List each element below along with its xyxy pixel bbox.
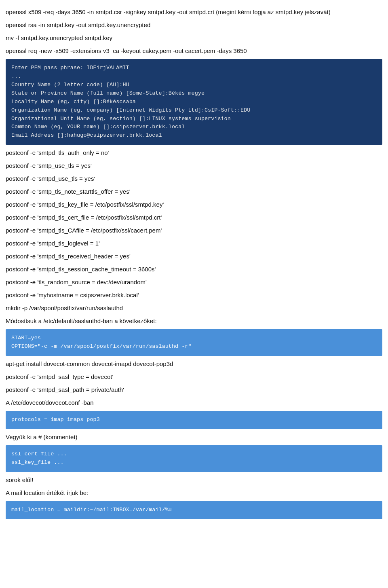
postconf-line-0: postconf -e 'smtpd_tls_auth_only = no' bbox=[6, 148, 382, 158]
intro-line-1: openssl x509 -req -days 3650 -in smtpd.c… bbox=[6, 7, 382, 17]
modify-text: Módosítsuk a /etc/default/saslauthd-ban … bbox=[6, 316, 382, 326]
mail-location-text: A mail location értékét írjuk be: bbox=[6, 488, 382, 498]
apt-line: apt-get install dovecot-common dovecot-i… bbox=[6, 359, 382, 369]
sorok-text: sorok elől! bbox=[6, 475, 382, 485]
terminal-pem-block: Enter PEM pass phrase: IDEirjVALAMIT ...… bbox=[6, 59, 382, 145]
intro-line-2: openssl rsa -in smtpd.key -out smtpd.key… bbox=[6, 20, 382, 30]
postconf-line-5: postconf -e 'smtpd_tls_cert_file = /etc/… bbox=[6, 213, 382, 222]
saslauthd-block: START=yes OPTIONS="-c -m /var/spool/post… bbox=[6, 329, 382, 356]
mail-location-block: mail_location = maildir:~/mail:INBOX=/va… bbox=[6, 501, 382, 519]
intro-line-4: openssl req -new -x509 -extensions v3_ca… bbox=[6, 46, 382, 56]
postconf-sasl-line-0: postconf -e 'smtpd_sasl_type = dovecot' bbox=[6, 372, 382, 382]
ssl-block: ssl_cert_file ... ssl_key_file ... bbox=[6, 445, 382, 472]
postconf-line-2: postconf -e 'smtpd_use_tls = yes' bbox=[6, 174, 382, 184]
postconf-line-8: postconf -e 'smtpd_tls_received_header =… bbox=[6, 252, 382, 261]
postconf-line-1: postconf -e 'smtp_use_tls = yes' bbox=[6, 161, 382, 171]
postconf-line-4: postconf -e 'smtpd_tls_key_file = /etc/p… bbox=[6, 200, 382, 209]
postconf-line-9: postconf -e 'smtpd_tls_session_cache_tim… bbox=[6, 264, 382, 274]
postconf-line-3: postconf -e 'smtp_tls_note_starttls_offe… bbox=[6, 187, 382, 197]
postconf-line-10: postconf -e 'tls_random_source = dev:/de… bbox=[6, 277, 382, 287]
postconf-line-12: mkdir -p /var/spool/postfix/var/run/sasl… bbox=[6, 303, 382, 313]
postconf-sasl-line-1: postconf -e 'smtpd_sasl_path = private/a… bbox=[6, 385, 382, 395]
postconf-line-6: postconf -e 'smtpd_tls_CAfile = /etc/pos… bbox=[6, 226, 382, 235]
postconf-lines-group: postconf -e 'smtpd_tls_auth_only = no' p… bbox=[6, 148, 382, 313]
dovecot-text: A /etc/dovecot/dovecot.conf -ban bbox=[6, 398, 382, 408]
postconf-line-11: postconf -e 'myhostname = csipszerver.br… bbox=[6, 290, 382, 300]
vegyuk-text: Vegyük ki a # (kommentet) bbox=[6, 432, 382, 442]
protocols-block: protocols = imap imaps pop3 bbox=[6, 411, 382, 429]
intro-line-3: mv -f smtpd.key.unencrypted smtpd.key bbox=[6, 33, 382, 43]
postconf-line-7: postconf -e 'smtpd_tls_loglevel = 1' bbox=[6, 239, 382, 248]
